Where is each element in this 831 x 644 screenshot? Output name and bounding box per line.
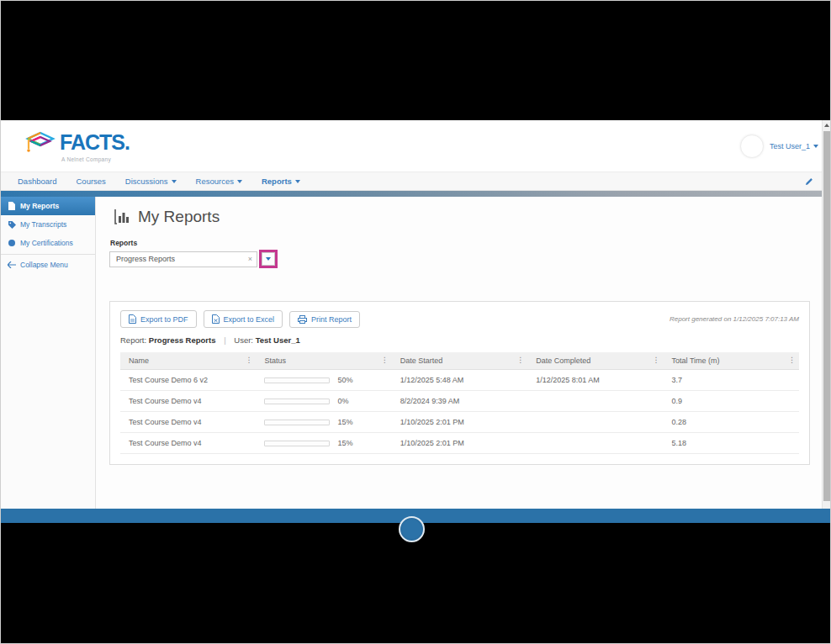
cell-name: Test Course Demo v4: [120, 391, 256, 412]
app-footer: [1, 509, 830, 523]
annotation-highlight-box: [259, 250, 278, 268]
cell-date-completed: [527, 433, 663, 454]
tag-icon: [8, 221, 16, 229]
cell-date-started: 1/10/2025 2:01 PM: [392, 412, 527, 433]
column-header-date-completed[interactable]: Date Completed⋮: [527, 352, 663, 370]
reports-picker-label: Reports: [110, 239, 810, 247]
column-header-total-time[interactable]: Total Time (m)⋮: [664, 352, 799, 370]
cell-date-completed: 1/12/2025 8:01 AM: [527, 370, 663, 391]
user-value: Test User_1: [256, 335, 300, 345]
brand-name: FACTS.: [60, 132, 130, 153]
column-header-name[interactable]: Name⋮: [120, 352, 256, 370]
progress-bar: [264, 377, 330, 383]
cell-status: 0%: [256, 391, 391, 412]
cell-name: Test Course Demo v4: [120, 433, 256, 454]
table-row[interactable]: Test Course Demo v4 0% 8/2/2024 9:39 AM …: [120, 391, 799, 412]
export-excel-label: Export to Excel: [224, 315, 275, 324]
column-menu-icon[interactable]: ⋮: [381, 356, 389, 364]
meta-separator: |: [224, 335, 225, 345]
sidebar-item-my-transcripts[interactable]: My Transcripts: [1, 215, 95, 234]
facts-logo[interactable]: FACTS. A Nelnet Company: [24, 130, 130, 162]
pdf-file-icon: [129, 314, 136, 324]
cell-status: 50%: [256, 370, 391, 391]
user-avatar[interactable]: [740, 135, 764, 158]
arrow-left-icon: [8, 261, 16, 268]
nav-resources-label: Resources: [196, 177, 234, 186]
nav-courses[interactable]: Courses: [76, 177, 105, 186]
cell-total-time: 0.28: [664, 412, 799, 433]
column-header-status[interactable]: Status⋮: [256, 352, 391, 370]
table-row[interactable]: Test Course Demo v4 15% 1/10/2025 2:01 P…: [120, 412, 799, 433]
column-label: Total Time (m): [672, 356, 720, 365]
report-select-dropdown-button[interactable]: [262, 252, 275, 266]
user-name-label: Test User_1: [770, 142, 810, 150]
scrollbar-thumb[interactable]: [823, 131, 830, 501]
column-label: Date Completed: [536, 356, 590, 365]
nav-courses-label: Courses: [76, 177, 105, 186]
page-title-label: My Reports: [138, 208, 220, 226]
facts-cap-icon: [24, 130, 56, 156]
sidebar-item-collapse-menu[interactable]: Collapse Menu: [1, 254, 95, 274]
screen: { "brand": { "name": "FACTS.", "tagline"…: [0, 0, 831, 644]
column-menu-icon[interactable]: ⋮: [653, 356, 660, 364]
cell-total-time: 5.18: [664, 433, 799, 454]
table-header-row: Name⋮ Status⋮ Date Started⋮ Date Complet…: [120, 352, 799, 370]
page-title: My Reports: [114, 208, 810, 226]
printer-icon: [298, 315, 307, 324]
report-panel: Export to PDF Export to Excel Print Repo…: [109, 301, 810, 465]
vertical-scrollbar[interactable]: [822, 120, 830, 509]
chevron-down-icon: [813, 145, 818, 148]
cell-date-started: 1/10/2025 2:01 PM: [392, 433, 527, 454]
column-menu-icon[interactable]: ⋮: [788, 356, 796, 364]
badge-icon: [8, 240, 16, 246]
bar-chart-icon: [114, 209, 131, 224]
cell-total-time: 3.7: [664, 370, 799, 391]
progress-bar: [264, 441, 330, 446]
nav-discussions-label: Discussions: [125, 177, 168, 186]
column-menu-icon[interactable]: ⋮: [516, 356, 524, 364]
sidebar-item-my-reports[interactable]: My Reports: [1, 197, 95, 215]
progress-label: 15%: [337, 439, 352, 447]
export-pdf-button[interactable]: Export to PDF: [120, 310, 197, 328]
caret-down-icon: [266, 257, 271, 261]
column-header-date-started[interactable]: Date Started⋮: [392, 352, 527, 370]
print-report-button[interactable]: Print Report: [289, 311, 360, 328]
nav-discussions[interactable]: Discussions: [125, 177, 177, 186]
app-header: FACTS. A Nelnet Company Test User_1: [1, 120, 830, 172]
column-menu-icon[interactable]: ⋮: [245, 356, 252, 364]
table-row[interactable]: Test Course Demo 6 v2 50% 1/12/2025 5:48…: [120, 370, 799, 391]
cell-name: Test Course Demo v4: [120, 412, 256, 433]
report-label: Report:: [120, 335, 146, 345]
user-menu[interactable]: Test User_1: [770, 142, 818, 150]
nav-reports[interactable]: Reports: [262, 177, 300, 186]
clear-icon[interactable]: ×: [248, 256, 252, 263]
export-excel-button[interactable]: Export to Excel: [204, 310, 283, 328]
print-report-label: Print Report: [311, 315, 352, 324]
cell-date-completed: [527, 412, 663, 433]
progress-bar: [264, 399, 330, 404]
nav-dashboard[interactable]: Dashboard: [18, 177, 56, 186]
chevron-down-icon: [172, 180, 177, 183]
excel-file-icon: [212, 314, 220, 324]
cell-date-started: 1/12/2025 5:48 AM: [392, 370, 527, 391]
main-nav: Dashboard Courses Discussions Resources …: [1, 172, 830, 191]
scroll-up-arrow-icon[interactable]: [823, 120, 830, 130]
sidebar-item-label: My Certifications: [20, 239, 73, 247]
report-select-input[interactable]: Progress Reports ×: [109, 251, 257, 267]
progress-label: 50%: [337, 376, 352, 384]
chevron-down-icon: [237, 180, 242, 183]
cell-date-completed: [527, 391, 663, 412]
report-select-value: Progress Reports: [116, 255, 175, 263]
edit-pencil-icon[interactable]: [805, 177, 813, 186]
report-generated-timestamp: Report generated on 1/12/2025 7:07:13 AM: [670, 315, 799, 323]
sidebar-item-my-certifications[interactable]: My Certifications: [1, 234, 95, 252]
table-row[interactable]: Test Course Demo v4 15% 1/10/2025 2:01 P…: [120, 433, 799, 454]
nav-reports-label: Reports: [262, 177, 292, 186]
sidebar-item-label: My Reports: [20, 202, 59, 210]
chat-fab-button[interactable]: [399, 516, 425, 542]
column-label: Date Started: [400, 356, 443, 365]
sidebar-item-label: Collapse Menu: [20, 261, 68, 269]
sidebar-item-label: My Transcripts: [20, 220, 66, 229]
nav-resources[interactable]: Resources: [196, 177, 242, 186]
report-toolbar: Export to PDF Export to Excel Print Repo…: [120, 310, 799, 328]
